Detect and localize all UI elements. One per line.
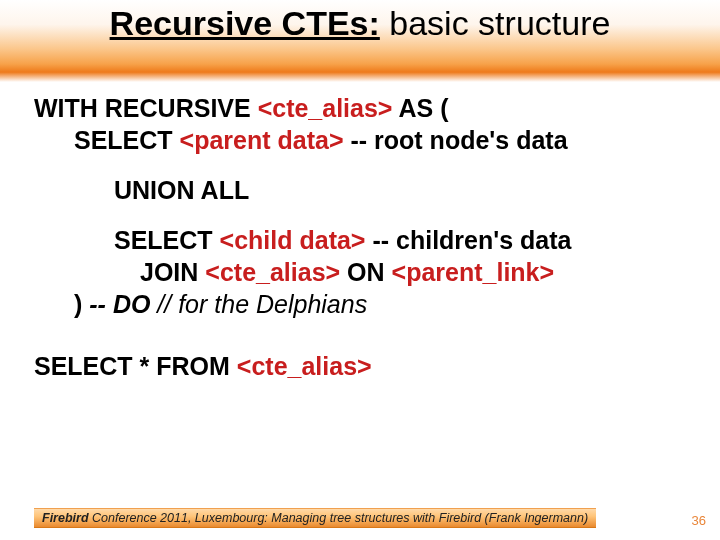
ph-parent-link: <parent_link> bbox=[392, 258, 555, 286]
comment-root: -- root node's data bbox=[344, 126, 568, 154]
paren-close: ) bbox=[74, 290, 89, 318]
slide: Recursive CTEs: basic structure WITH REC… bbox=[0, 0, 720, 540]
kw-as-open: AS ( bbox=[392, 94, 448, 122]
code-line-4: SELECT <child data> -- children's data bbox=[34, 224, 696, 256]
footer-rest: Conference 2011, Luxembourg: Managing tr… bbox=[89, 511, 589, 525]
code-line-2: SELECT <parent data> -- root node's data bbox=[34, 124, 696, 156]
comment-delphians: // for the Delphians bbox=[150, 290, 367, 318]
comment-children: -- children's data bbox=[365, 226, 571, 254]
kw-select-2: SELECT bbox=[114, 226, 220, 254]
code-line-3: UNION ALL bbox=[34, 174, 696, 206]
title-rest: basic structure bbox=[380, 4, 611, 42]
kw-select-1: SELECT bbox=[74, 126, 180, 154]
ph-cte-alias: <cte_alias> bbox=[258, 94, 393, 122]
ph-cte-alias-3: <cte_alias> bbox=[237, 352, 372, 380]
kw-with-recursive: WITH RECURSIVE bbox=[34, 94, 258, 122]
code-line-5: JOIN <cte_alias> ON <parent_link> bbox=[34, 256, 696, 288]
slide-title: Recursive CTEs: basic structure bbox=[110, 4, 611, 43]
kw-on: ON bbox=[340, 258, 391, 286]
code-line-6: ) -- DO // for the Delphians bbox=[34, 288, 696, 320]
kw-join: JOIN bbox=[140, 258, 205, 286]
comment-do: -- DO bbox=[89, 290, 150, 318]
footer-brand: Firebird bbox=[42, 511, 89, 525]
title-band: Recursive CTEs: basic structure bbox=[0, 0, 720, 82]
title-underlined: Recursive CTEs: bbox=[110, 4, 380, 42]
ph-cte-alias-2: <cte_alias> bbox=[205, 258, 340, 286]
ph-child-data: <child data> bbox=[220, 226, 366, 254]
page-number: 36 bbox=[692, 513, 706, 528]
slide-body: WITH RECURSIVE <cte_alias> AS ( SELECT <… bbox=[34, 92, 696, 382]
code-line-1: WITH RECURSIVE <cte_alias> AS ( bbox=[34, 92, 696, 124]
kw-select-from: SELECT * FROM bbox=[34, 352, 237, 380]
footer: Firebird Conference 2011, Luxembourg: Ma… bbox=[34, 508, 700, 528]
code-line-7: SELECT * FROM <cte_alias> bbox=[34, 350, 696, 382]
footer-bar: Firebird Conference 2011, Luxembourg: Ma… bbox=[34, 508, 596, 528]
ph-parent-data: <parent data> bbox=[180, 126, 344, 154]
